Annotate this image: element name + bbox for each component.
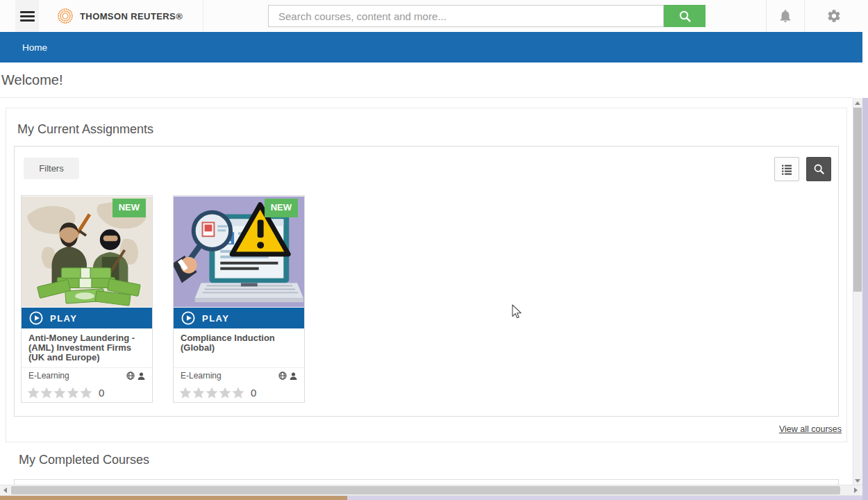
gear-icon xyxy=(826,8,842,24)
search-icon xyxy=(813,163,825,175)
star-icon xyxy=(219,387,231,399)
hamburger-icon xyxy=(20,15,35,17)
star-icon xyxy=(232,387,244,399)
play-button[interactable]: PLAY xyxy=(174,308,304,328)
play-label: PLAY xyxy=(50,313,77,324)
globe-icon xyxy=(278,372,287,380)
scroll-down-arrow[interactable] xyxy=(855,479,860,483)
star-icon xyxy=(80,387,92,399)
course-thumbnail[interactable]: NEW xyxy=(174,196,304,308)
bell-icon xyxy=(778,8,793,24)
course-type: E-Learning xyxy=(181,371,222,381)
search-icon xyxy=(678,10,692,23)
filters-button[interactable]: Filters xyxy=(24,158,79,179)
star-icon xyxy=(40,387,53,399)
person-icon xyxy=(290,372,297,380)
course-rating[interactable]: 0 xyxy=(174,383,304,402)
completed-panel xyxy=(14,479,839,485)
horizontal-scrollbar-thumb[interactable] xyxy=(11,486,840,494)
search-input[interactable] xyxy=(268,5,664,27)
view-all-courses-link[interactable]: View all courses xyxy=(779,424,842,434)
course-type: E-Learning xyxy=(28,371,69,381)
new-badge: NEW xyxy=(112,199,146,217)
search-bar xyxy=(268,5,706,27)
list-view-icon xyxy=(781,163,793,176)
brand-logo[interactable]: THOMSON REUTERS® xyxy=(57,0,183,32)
header-divider xyxy=(203,0,203,32)
vertical-scrollbar-thumb[interactable] xyxy=(853,108,862,292)
assignments-section-title: My Current Assignments xyxy=(17,122,153,137)
play-icon xyxy=(29,311,43,325)
top-header: THOMSON REUTERS® xyxy=(0,0,868,32)
settings-button[interactable] xyxy=(818,0,850,32)
menu-button[interactable] xyxy=(15,0,39,32)
star-icon xyxy=(53,387,66,399)
rating-count: 0 xyxy=(99,387,104,399)
course-meta: E-Learning xyxy=(174,367,304,383)
play-button[interactable]: PLAY xyxy=(22,308,152,328)
course-card[interactable]: NEW PLAY Compliance Induction (Global) E… xyxy=(173,195,305,403)
scroll-left-arrow[interactable] xyxy=(3,488,7,493)
play-icon xyxy=(181,311,195,325)
below-fold-content-strip xyxy=(0,496,347,500)
person-icon xyxy=(137,372,145,380)
page-title: Welcome! xyxy=(1,72,63,88)
notifications-button[interactable] xyxy=(769,0,801,32)
course-title[interactable]: Compliance Induction (Global) xyxy=(174,328,304,367)
scroll-up-arrow[interactable] xyxy=(855,101,860,105)
course-rating[interactable]: 0 xyxy=(22,383,152,402)
breadcrumb-home-link[interactable]: Home xyxy=(22,42,47,53)
brand-name: THOMSON REUTERS® xyxy=(80,11,183,22)
star-icon xyxy=(67,387,79,399)
course-card[interactable]: NEW PLAY Anti-Money Laundering - (AML) I… xyxy=(21,195,153,403)
search-button[interactable] xyxy=(664,5,706,27)
star-icon xyxy=(179,387,192,399)
completed-section-title: My Completed Courses xyxy=(19,453,149,467)
header-divider xyxy=(766,0,767,32)
breadcrumb: Home xyxy=(0,32,862,62)
thomson-reuters-sunburst-icon xyxy=(57,8,74,24)
hamburger-icon xyxy=(20,19,35,22)
course-title[interactable]: Anti-Money Laundering - (AML) Investment… xyxy=(22,328,152,367)
below-fold-content-strip xyxy=(347,496,862,500)
star-icon xyxy=(192,387,205,399)
section-divider xyxy=(0,97,853,98)
play-label: PLAY xyxy=(202,313,229,324)
course-meta: E-Learning xyxy=(22,367,152,383)
header-divider xyxy=(804,0,805,32)
scroll-right-arrow[interactable] xyxy=(854,488,858,493)
globe-icon xyxy=(126,372,135,380)
star-icon xyxy=(206,387,218,399)
app-window: THOMSON REUTERS® Home xyxy=(0,0,868,500)
rating-count: 0 xyxy=(251,387,256,399)
new-badge: NEW xyxy=(265,199,298,217)
star-icon xyxy=(27,387,40,399)
hamburger-icon xyxy=(20,11,35,13)
page-edge-strip xyxy=(862,98,868,500)
list-view-button[interactable] xyxy=(774,157,799,181)
search-view-button[interactable] xyxy=(806,157,831,181)
course-thumbnail[interactable]: NEW xyxy=(22,196,152,308)
